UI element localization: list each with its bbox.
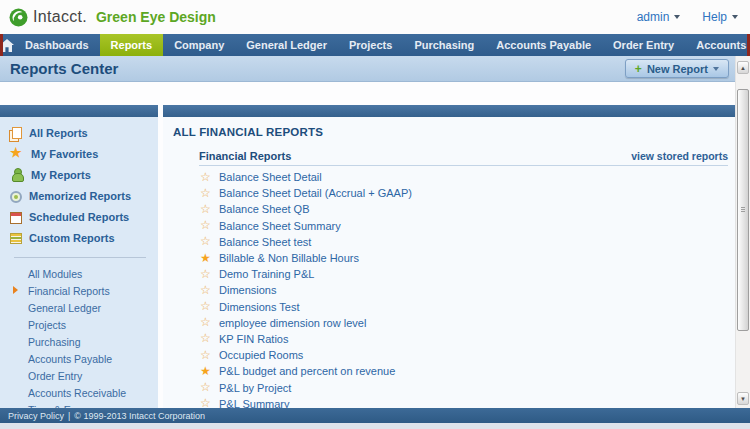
scroll-down-button[interactable]: ▼	[737, 392, 749, 405]
sidebar-item[interactable]: Custom Reports	[0, 227, 158, 248]
main-nav: Dashboards Reports Company General Ledge…	[0, 34, 750, 56]
sidebar-item[interactable]: Memorized Reports	[0, 185, 158, 206]
sidebar-module-item[interactable]: Time & Expenses	[0, 401, 158, 408]
favorite-star-icon[interactable]	[199, 252, 212, 265]
session-menus: admin Help	[637, 10, 738, 24]
help-menu[interactable]: Help	[702, 10, 738, 24]
my-reports-icon	[10, 168, 24, 182]
report-row: Dimensions	[199, 282, 728, 298]
favorite-star-icon[interactable]	[199, 203, 212, 216]
sidebar-item[interactable]: My Reports	[0, 164, 158, 185]
main-column: Reports Center + New Report	[0, 56, 735, 408]
report-link[interactable]: Demo Training P&L	[219, 268, 314, 280]
favorite-star-icon[interactable]	[199, 284, 212, 297]
sidebar-item-label: Memorized Reports	[29, 190, 131, 202]
report-link[interactable]: Dimensions Test	[219, 301, 300, 313]
report-link[interactable]: KP FIN Ratios	[219, 333, 289, 345]
nav-tab[interactable]: General Ledger	[235, 34, 338, 56]
report-row: Balance Sheet Detail (Accrual + GAAP)	[199, 185, 728, 201]
favorite-star-icon[interactable]	[199, 316, 212, 329]
report-link[interactable]: Dimensions	[219, 284, 276, 296]
report-row: Billable & Non Billable Hours	[199, 250, 728, 266]
bottom-edge	[0, 423, 750, 429]
sidebar-module-item[interactable]: Accounts Receivable	[0, 384, 158, 401]
favorite-star-icon[interactable]	[199, 300, 212, 313]
nav-tab[interactable]: Dashboards	[14, 34, 100, 56]
favorite-star-icon[interactable]	[199, 381, 212, 394]
nav-tab[interactable]: Projects	[338, 34, 403, 56]
sidebar-item-label: Scheduled Reports	[29, 211, 129, 223]
nav-tab[interactable]: Order Entry	[602, 34, 685, 56]
content-panel: ALL FINANCIAL REPORTS Financial Reports …	[163, 105, 735, 408]
sidebar-item[interactable]: All Reports	[0, 122, 158, 143]
report-row: KP FIN Ratios	[199, 331, 728, 347]
vertical-scrollbar[interactable]: ▲ ▼	[735, 56, 750, 408]
sidebar-panel: All Reports My Favorites My	[0, 105, 158, 408]
favorite-star-icon[interactable]	[199, 268, 212, 281]
favorite-star-icon[interactable]	[199, 235, 212, 248]
sidebar-main-list: All Reports My Favorites My	[0, 117, 158, 248]
content-panel-header	[163, 105, 735, 117]
sidebar-module-label: Purchasing	[28, 336, 81, 348]
sidebar-module-item[interactable]: Purchasing	[0, 333, 158, 350]
nav-tab[interactable]: Reports	[100, 34, 164, 56]
all-reports-icon	[12, 127, 22, 139]
report-link[interactable]: Billable & Non Billable Hours	[219, 252, 359, 264]
company-name: Green Eye Design	[96, 9, 216, 25]
report-link[interactable]: employee dimension row level	[219, 317, 366, 329]
help-menu-label: Help	[702, 10, 727, 24]
sidebar-module-item[interactable]: Order Entry	[0, 367, 158, 384]
report-link[interactable]: P&L Summary	[219, 398, 290, 408]
reports-content: ALL FINANCIAL REPORTS Financial Reports …	[163, 117, 735, 408]
view-stored-reports-link[interactable]: view stored reports	[631, 150, 728, 162]
report-row: Dimensions Test	[199, 299, 728, 315]
favorite-star-icon[interactable]	[199, 365, 212, 378]
report-link[interactable]: Balance Sheet test	[219, 236, 311, 248]
sidebar-module-item[interactable]: Financial Reports	[0, 282, 158, 299]
body: Reports Center + New Report	[0, 56, 750, 408]
admin-menu[interactable]: admin	[637, 10, 681, 24]
brand: Intacct. Green Eye Design	[9, 8, 216, 27]
favorite-star-icon[interactable]	[199, 187, 212, 200]
nav-tab[interactable]: Accounts Payable	[485, 34, 602, 56]
report-row: Demo Training P&L	[199, 266, 728, 282]
report-link[interactable]: Occupied Rooms	[219, 349, 303, 361]
sidebar-module-item[interactable]: All Modules	[0, 265, 158, 282]
sidebar-module-label: All Modules	[28, 268, 82, 280]
sidebar-module-label: Accounts Receivable	[28, 387, 126, 399]
new-report-button[interactable]: + New Report	[625, 59, 729, 78]
nav-tabs: Dashboards Reports Company General Ledge…	[14, 34, 750, 56]
report-link[interactable]: Balance Sheet QB	[219, 203, 310, 215]
nav-tab[interactable]: Company	[163, 34, 235, 56]
nav-tab[interactable]: Purchasing	[403, 34, 485, 56]
favorite-star-icon[interactable]	[199, 397, 212, 408]
sidebar-module-item[interactable]: Accounts Payable	[0, 350, 158, 367]
sidebar-item[interactable]: Scheduled Reports	[0, 206, 158, 227]
sidebar-item[interactable]: My Favorites	[0, 143, 158, 164]
favorite-star-icon[interactable]	[199, 171, 212, 184]
nav-tab[interactable]: Accounts Receivable	[685, 34, 750, 56]
privacy-policy-link[interactable]: Privacy Policy	[8, 411, 64, 421]
report-link[interactable]: Balance Sheet Detail (Accrual + GAAP)	[219, 187, 412, 199]
spacer	[0, 82, 735, 105]
favorite-star-icon[interactable]	[199, 332, 212, 345]
scrollbar-thumb[interactable]	[737, 89, 749, 331]
report-link[interactable]: Balance Sheet Detail	[219, 171, 322, 183]
section-heading: ALL FINANCIAL REPORTS	[173, 126, 728, 138]
home-icon[interactable]	[0, 34, 14, 56]
sidebar-module-label: General Ledger	[28, 302, 101, 314]
report-row: Occupied Rooms	[199, 347, 728, 363]
panels: All Reports My Favorites My	[0, 105, 735, 408]
favorite-star-icon[interactable]	[199, 349, 212, 362]
sidebar-module-item[interactable]: Projects	[0, 316, 158, 333]
report-row: P&L Summary	[199, 396, 728, 408]
report-link[interactable]: Balance Sheet Summary	[219, 220, 341, 232]
sidebar-module-item[interactable]: General Ledger	[0, 299, 158, 316]
favorite-star-icon[interactable]	[199, 219, 212, 232]
report-link[interactable]: P&L budget and percent on revenue	[219, 365, 395, 377]
copyright-text: © 1999-2013 Intacct Corporation	[74, 411, 205, 421]
report-row: Balance Sheet Detail	[199, 169, 728, 185]
report-row: P&L budget and percent on revenue	[199, 363, 728, 379]
scroll-up-button[interactable]: ▲	[737, 61, 749, 74]
report-link[interactable]: P&L by Project	[219, 382, 291, 394]
